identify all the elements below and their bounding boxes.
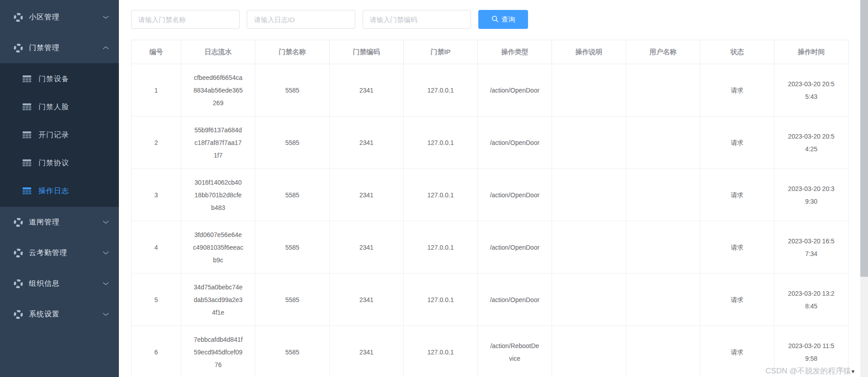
sidebar-group-0[interactable]: 小区管理 [0,2,119,33]
chevron-down-icon [103,15,109,19]
table-cell: 7ebbcafdb4d841f59ecd945dfcef0976 [181,326,255,377]
app-window: 小区管理门禁管理门禁设备门禁人脸开门记录门禁协议操作日志道闸管理云考勤管理组织信… [0,0,868,377]
table-cell: /action/OpenDoor [478,116,552,169]
table-cell: 5585 [255,326,330,377]
table-cell: 2341 [330,64,404,116]
table-cell: /action/OpenDoor [478,274,552,326]
table-cell [626,116,700,169]
cell-value: 2341 [332,241,401,254]
scrollbar-thumb[interactable] [860,0,868,277]
sidebar-group-1[interactable]: 门禁管理 [0,33,119,63]
table-cell: 2023-03-20 16:57:34 [774,221,849,274]
table-cell: 请求 [700,274,774,326]
table-cell: 127.0.0.1 [404,64,478,116]
table-body: 1cfbeed66f6654ca8834ab56ede3652695585234… [132,64,849,377]
column-header-6: 操作说明 [552,40,626,64]
sidebar-nav: 小区管理门禁管理门禁设备门禁人脸开门记录门禁协议操作日志道闸管理云考勤管理组织信… [0,2,119,330]
table-cell [626,326,700,377]
door-code-input[interactable] [363,10,471,29]
cell-value: 2341 [332,136,401,149]
table-grid-icon [23,159,31,167]
cell-value: 2023-03-20 11:59:58 [788,340,835,365]
column-header-9: 操作时间 [774,40,849,64]
cell-value: cfbeed66f6654ca8834ab56ede365269 [193,71,244,109]
cell-value: 2023-03-20 20:39:30 [788,182,835,208]
column-header-0: 编号 [132,40,181,64]
main-content: 查询 编号日志流水门禁名称门禁编码门禁IP操作类型操作说明用户名称状态操作时间 … [119,0,868,377]
sidebar-group-3[interactable]: 云考勤管理 [0,237,119,268]
table-cell: 2023-03-20 13:28:45 [774,274,849,326]
table-cell: 请求 [700,326,774,377]
sidebar-group-4[interactable]: 组织信息 [0,268,119,299]
search-button-label: 查询 [502,15,515,24]
table-cell: 请求 [700,116,774,169]
sidebar-subitem-label: 操作日志 [38,186,69,196]
sidebar-group-5[interactable]: 系统设置 [0,299,119,330]
sidebar-subitem-label: 门禁设备 [38,74,69,84]
cell-value: 5585 [258,189,326,201]
cell-value: 127.0.0.1 [406,241,475,254]
table-cell: 5585 [255,116,330,169]
chevron-down-icon [103,220,109,224]
cell-value: 2341 [332,189,401,201]
table-cell: 4 [132,221,181,274]
table-row-2: 33016f14062cb4018bb701b2d8cfeb4835585234… [132,169,849,221]
table-cell: 6 [132,326,181,377]
cell-value: 2341 [332,346,401,358]
table-cell [626,64,700,116]
cell-value: 5585 [258,241,326,254]
cell-value: 2341 [332,293,401,306]
cell-value: /action/OpenDoor [489,136,541,149]
table-cell: 2341 [330,116,404,169]
sidebar-group-label: 门禁管理 [29,43,103,53]
module-icon [14,248,23,258]
door-name-input[interactable] [131,10,240,29]
cell-value: 5585 [258,346,326,358]
cell-value: 127.0.0.1 [406,346,475,358]
search-button[interactable]: 查询 [478,10,528,29]
sidebar-group-2[interactable]: 道闸管理 [0,207,119,237]
sidebar-subitem-1-1[interactable]: 门禁人脸 [0,93,119,121]
table-grid-icon [23,187,31,195]
table-cell: 5585 [255,221,330,274]
cell-value: 6 [134,346,178,358]
cell-value: 2023-03-20 20:55:43 [788,78,835,103]
cell-value: 2341 [332,84,401,97]
sidebar-subitem-1-3[interactable]: 门禁协议 [0,149,119,177]
cell-value: 4 [134,241,178,254]
column-header-4: 门禁IP [404,40,478,64]
sidebar-group-label: 组织信息 [29,279,103,289]
watermark-text: CSDN @不脱发的程序猿 [765,367,851,375]
table-cell [626,274,700,326]
cell-value: 1 [134,84,178,97]
cell-value: 请求 [703,84,771,97]
cell-value: 127.0.0.1 [406,136,475,149]
sidebar-subitem-1-4[interactable]: 操作日志 [0,177,119,205]
column-header-8: 状态 [700,40,774,64]
table-grid-icon [23,131,31,139]
module-icon [14,310,23,319]
cell-value: 55b9f6137a684dc18f7af87f7aa171f7 [193,124,244,162]
column-header-1: 日志流水 [181,40,255,64]
log-id-input[interactable] [247,10,355,29]
module-icon [14,13,23,22]
sidebar-subitem-label: 门禁协议 [38,158,69,168]
table-cell: 2341 [330,326,404,377]
sidebar: 小区管理门禁管理门禁设备门禁人脸开门记录门禁协议操作日志道闸管理云考勤管理组织信… [0,0,119,377]
table-cell [552,169,626,221]
table-cell: /action/OpenDoor [478,169,552,221]
vertical-scrollbar[interactable] [860,0,868,377]
sidebar-subitem-1-2[interactable]: 开门记录 [0,121,119,149]
sidebar-subitem-label: 门禁人脸 [38,102,69,112]
sidebar-subitem-1-0[interactable]: 门禁设备 [0,65,119,93]
table-cell: 5585 [255,169,330,221]
table-cell [552,274,626,326]
table-cell [552,64,626,116]
table-cell [552,221,626,274]
table-cell: 1 [132,64,181,116]
sidebar-subitem-label: 开门记录 [38,130,69,140]
column-header-2: 门禁名称 [255,40,330,64]
cell-value: 5585 [258,84,326,97]
table-cell [552,326,626,377]
table-cell: 127.0.0.1 [404,169,478,221]
